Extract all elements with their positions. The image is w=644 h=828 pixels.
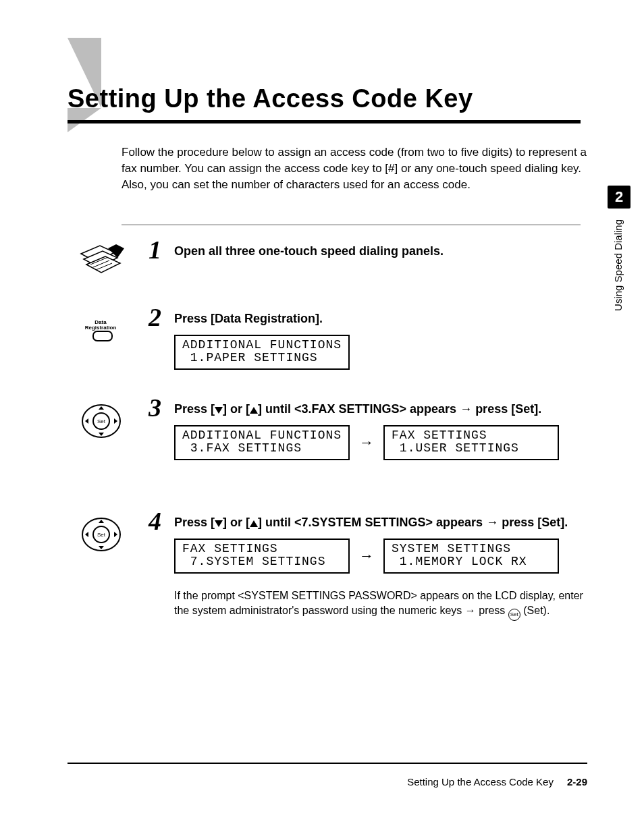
- data-registration-button-icon: DataRegistration: [74, 310, 128, 351]
- step-2-lcd-row: ADDITIONAL FUNCTIONS 1.PAPER SETTINGS: [174, 335, 586, 370]
- lcd-screen: ADDITIONAL FUNCTIONS 1.PAPER SETTINGS: [174, 335, 350, 370]
- right-arrow-icon: →: [359, 434, 374, 451]
- chapter-label: Using Speed Dialing: [612, 219, 624, 311]
- step-4-title: Press [] or [] until <7.SYSTEM SETTINGS>…: [174, 514, 586, 530]
- step-4-note: If the prompt <SYSTEM SETTINGS PASSWORD>…: [174, 588, 586, 621]
- lcd-screen: SYSTEM SETTINGS 1.MEMORY LOCK RX: [383, 539, 559, 574]
- svg-text:Set: Set: [97, 418, 106, 424]
- step-2-title: Press [Data Registration].: [174, 310, 586, 327]
- right-arrow-icon: →: [465, 603, 476, 618]
- lcd-screen: ADDITIONAL FUNCTIONS 3.FAX SETTINGS: [174, 425, 350, 460]
- right-arrow-icon: →: [460, 401, 472, 417]
- footer-title: Setting Up the Access Code Key: [407, 776, 554, 788]
- step-3-title: Press [] or [] until <3.FAX SETTINGS> ap…: [174, 401, 586, 417]
- down-arrow-icon: [215, 520, 223, 527]
- chapter-side-tab: 2 Using Speed Dialing: [608, 186, 630, 321]
- set-nav-icon: Set: [74, 514, 128, 555]
- step-number-1: 1: [149, 235, 161, 265]
- button-rect-icon: [92, 331, 113, 341]
- down-arrow-icon: [215, 407, 223, 414]
- step-number-4: 4: [149, 506, 161, 536]
- step-1-title: Open all three one-touch speed dialing p…: [174, 243, 586, 259]
- right-arrow-icon: →: [486, 514, 498, 530]
- intro-paragraph: Follow the procedure below to assign an …: [122, 144, 587, 192]
- lcd-screen: FAX SETTINGS 7.SYSTEM SETTINGS: [174, 539, 350, 574]
- right-arrow-icon: →: [359, 547, 374, 565]
- panels-icon: [74, 243, 128, 283]
- intro-divider: [122, 224, 581, 225]
- heading-rule: [68, 120, 581, 123]
- svg-text:Set: Set: [97, 532, 106, 538]
- footer-page-number: 2-29: [567, 776, 587, 788]
- page-bottom-rule: [68, 763, 587, 764]
- data-registration-label: DataRegistration: [85, 320, 117, 331]
- step-number-3: 3: [149, 393, 161, 422]
- up-arrow-icon: [250, 407, 258, 414]
- section-heading-wrap: Setting Up the Access Code Key: [68, 84, 587, 123]
- step-3-lcd-row: ADDITIONAL FUNCTIONS 3.FAX SETTINGS → FA…: [174, 425, 586, 460]
- set-nav-icon: Set: [74, 401, 128, 441]
- step-4-lcd-row: FAX SETTINGS 7.SYSTEM SETTINGS → SYSTEM …: [174, 539, 586, 574]
- up-arrow-icon: [250, 520, 258, 527]
- step-number-2: 2: [149, 302, 161, 332]
- chapter-number-badge: 2: [608, 186, 630, 209]
- lcd-screen: FAX SETTINGS 1.USER SETTINGS: [383, 425, 559, 460]
- svg-marker-6: [108, 244, 124, 248]
- set-key-icon: Set: [508, 609, 520, 621]
- page-footer: Setting Up the Access Code Key 2-29: [68, 776, 587, 788]
- section-heading: Setting Up the Access Code Key: [68, 84, 587, 113]
